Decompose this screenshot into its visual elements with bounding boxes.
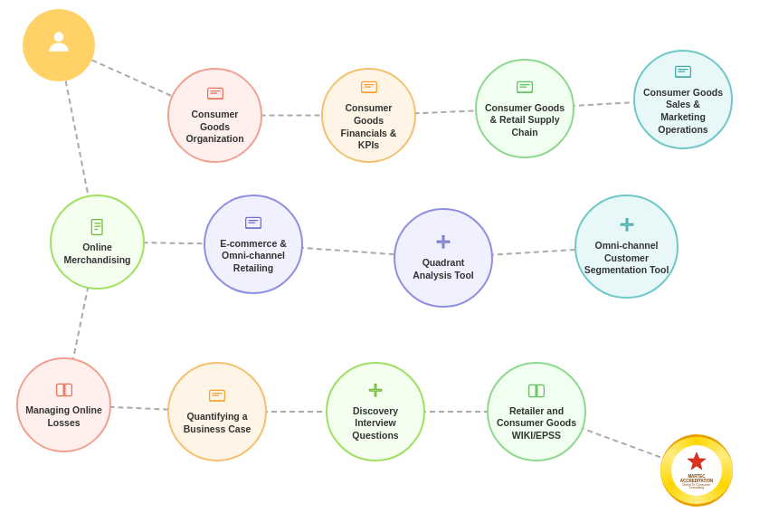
ecommerce-icon (244, 214, 262, 235)
retailer-wiki-label: Retailer and Consumer Goods WIKI/EPSS (496, 405, 577, 442)
cg-org-label: Consumer Goods Organization (176, 109, 253, 146)
online-merch-icon (89, 218, 107, 239)
cg-sales-icon (674, 63, 692, 84)
discovery-icon (366, 382, 384, 403)
cg-retail-icon (516, 79, 534, 100)
person-icon (44, 27, 73, 61)
svg-marker-26 (688, 452, 706, 470)
retailer-wiki-icon (527, 382, 546, 403)
node-discovery[interactable]: Discovery Interview Questions (326, 362, 425, 461)
node-cg-fin[interactable]: Consumer Goods Financials & KPIs (321, 68, 416, 163)
svg-rect-18 (91, 220, 102, 235)
quantifying-icon (208, 387, 226, 408)
node-omni-seg[interactable]: Omni-channel Customer Segmentation Tool (574, 195, 679, 299)
svg-point-13 (54, 32, 64, 42)
online-merch-label: Online Merchandising (59, 242, 136, 266)
quadrant-label: Quadrant Analysis Tool (403, 257, 484, 281)
node-quantifying[interactable]: Quantifying a Business Case (167, 362, 267, 461)
node-managing[interactable]: Managing Online Losses (16, 357, 111, 452)
accreditation-badge[interactable]: MARTECACCREDITATION Direct To ConsumerCo… (660, 434, 733, 507)
node-quadrant[interactable]: Quadrant Analysis Tool (394, 208, 493, 308)
managing-icon (55, 381, 73, 402)
node-cg-sales[interactable]: Consumer Goods Sales & Marketing Operati… (633, 50, 733, 149)
cg-org-icon (206, 85, 224, 106)
omni-seg-label: Omni-channel Customer Segmentation Tool (584, 240, 669, 277)
omni-seg-icon (618, 216, 636, 237)
cg-sales-label: Consumer Goods Sales & Marketing Operati… (642, 87, 724, 137)
cg-retail-label: Consumer Goods & Retail Supply Chain (484, 102, 565, 139)
node-retailer-wiki[interactable]: Retailer and Consumer Goods WIKI/EPSS (487, 362, 586, 461)
node-cg-org[interactable]: Consumer Goods Organization (167, 68, 262, 163)
quantifying-label: Quantifying a Business Case (176, 411, 258, 435)
managing-label: Managing Online Losses (25, 404, 102, 429)
diagram-canvas: Consumer Goods OrganizationConsumer Good… (0, 0, 769, 532)
quadrant-icon (434, 233, 452, 254)
node-ecommerce[interactable]: E-commerce & Omni-channel Retailing (204, 195, 303, 294)
ecommerce-label: E-commerce & Omni-channel Retailing (213, 238, 294, 275)
cg-fin-icon (360, 79, 378, 100)
discovery-label: Discovery Interview Questions (335, 405, 416, 442)
node-online-merch[interactable]: Online Merchandising (50, 195, 145, 290)
cg-fin-label: Consumer Goods Financials & KPIs (330, 102, 407, 152)
node-cg-retail[interactable]: Consumer Goods & Retail Supply Chain (475, 59, 574, 158)
node-person[interactable] (23, 9, 95, 81)
